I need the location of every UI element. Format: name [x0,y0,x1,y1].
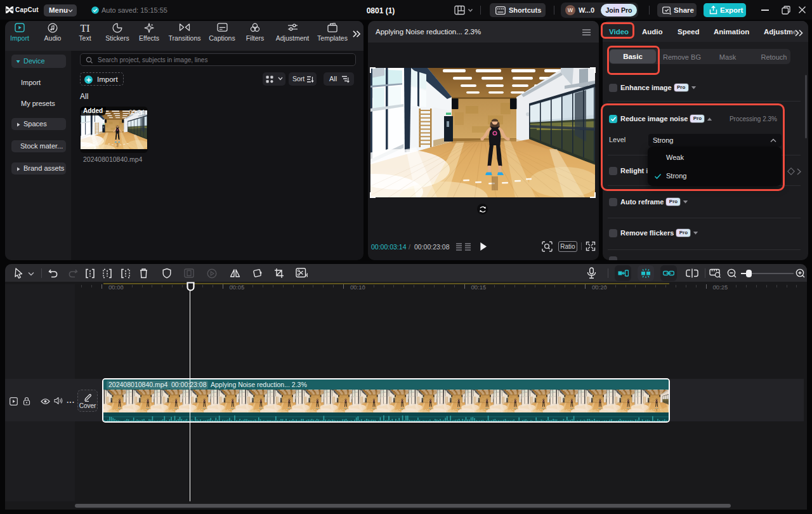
svg-text:TI: TI [80,23,89,33]
